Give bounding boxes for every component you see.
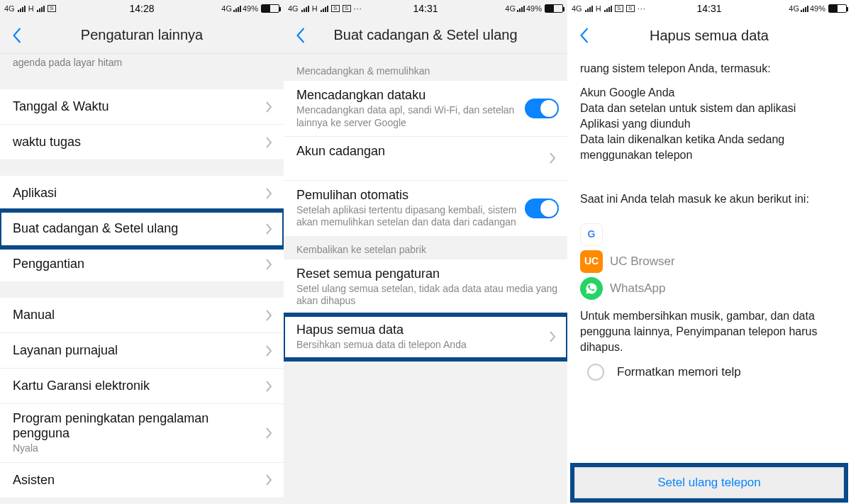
phone-panel-3: 4G H S S ··· 14:31 4G 49% Hapus semua da… — [567, 0, 851, 504]
row-label: Kartu Garansi elektronik — [13, 379, 262, 393]
row-apps[interactable]: Aplikasi — [0, 176, 284, 211]
row-manual[interactable]: Manual — [0, 298, 284, 333]
row-label: Penggantian — [13, 257, 262, 271]
chevron-right-icon — [262, 427, 275, 439]
chevron-right-icon — [262, 310, 275, 321]
row-label: Pemulihan otomatis — [296, 188, 518, 203]
chevron-right-icon — [262, 223, 275, 235]
battery-icon — [828, 4, 847, 13]
chevron-right-icon — [262, 137, 275, 148]
radio-icon[interactable] — [587, 364, 604, 381]
chevron-right-icon — [262, 381, 275, 392]
page-title: Buat cadangan & Setel ulang — [287, 27, 564, 43]
phone-panel-1: 4G H S 14:28 4G 49% Pengaturan lainnya a… — [0, 0, 284, 504]
row-label: Manual — [13, 308, 262, 323]
row-date-time[interactable]: Tanggal & Waktu — [0, 89, 284, 125]
status-bar: 4G H S 14:28 4G 49% — [0, 0, 284, 17]
truncated-row: agenda pada layar hitam — [0, 54, 284, 74]
row-reset-settings[interactable]: Reset semua pengaturan Setel ulang semua… — [284, 259, 567, 315]
bullet-line: Akun Google Anda — [580, 85, 838, 101]
row-sub: Setelah aplikasi tertentu dipasang kemba… — [296, 204, 518, 229]
row-replacement[interactable]: Penggantian — [0, 247, 284, 282]
format-note: Untuk membersihkan musik, gambar, dan da… — [580, 308, 838, 355]
button-label: Setel ulang telepon — [657, 476, 761, 490]
status-bar: 4G H S S ··· 14:31 4G 49% — [567, 0, 851, 17]
row-aftersales[interactable]: Layanan purnajual — [0, 333, 284, 369]
row-label: Aplikasi — [13, 186, 262, 201]
google-icon: G — [580, 223, 603, 246]
row-uep[interactable]: Program peningkatan pengalaman pengguna … — [0, 404, 284, 463]
format-checkbox-row[interactable]: Formatkan memori telp — [587, 364, 838, 381]
battery-icon — [545, 4, 563, 13]
account-label: UC Browser — [610, 253, 675, 269]
bullet-line: Data dan setelan untuk sistem dan aplika… — [580, 101, 838, 116]
checkbox-label: Formatkan memori telp — [617, 364, 741, 380]
row-label: Buat cadangan & Setel ulang — [13, 221, 262, 236]
status-time: 14:31 — [284, 3, 567, 14]
bullet-line: Data lain dikenalkan ketika Anda sedang … — [580, 132, 838, 163]
row-backup-my-data[interactable]: Mencadangkan dataku Mencadangkan data ap… — [284, 81, 567, 137]
bullet-line: Aplikasi yang diunduh — [580, 116, 838, 132]
backup-reset-list: Mencadangkan & memulihkan Mencadangkan d… — [284, 54, 567, 504]
chevron-right-icon — [546, 331, 559, 342]
chevron-right-icon — [546, 152, 559, 164]
status-bar: 4G H S S ··· 14:31 4G 49% — [284, 0, 567, 17]
page-title: Pengaturan lainnya — [3, 27, 281, 43]
row-label: Akun cadangan — [296, 144, 546, 159]
row-label: Mencadangkan dataku — [296, 88, 518, 103]
row-label: Tanggal & Waktu — [13, 99, 262, 114]
header: Pengaturan lainnya — [0, 17, 284, 54]
status-time: 14:31 — [567, 3, 851, 14]
page-title: Hapus semua data — [570, 28, 848, 44]
row-sub: Setel ulang semua setelan, tidak ada dat… — [296, 283, 559, 308]
toggle-switch[interactable] — [525, 99, 559, 118]
account-google: G — [580, 223, 838, 246]
battery-icon — [261, 4, 279, 13]
status-time: 14:28 — [0, 3, 284, 14]
uc-browser-icon: UC — [580, 250, 603, 273]
row-label: Reset semua pengaturan — [296, 267, 559, 281]
section-header: Mencadangkan & memulihkan — [284, 54, 567, 81]
phone-panel-2: 4G H S S ··· 14:31 4G 49% Buat cadangan … — [284, 0, 567, 504]
row-label: waktu tugas — [13, 135, 262, 150]
chevron-right-icon — [262, 474, 275, 486]
row-backup-reset[interactable]: Buat cadangan & Setel ulang — [0, 211, 284, 247]
chevron-right-icon — [262, 188, 275, 199]
row-label: Program peningkatan pengalaman pengguna — [13, 411, 262, 441]
row-task-time[interactable]: waktu tugas — [0, 125, 284, 160]
row-sub — [296, 160, 546, 173]
reset-phone-button[interactable]: Setel ulang telepon — [574, 467, 844, 498]
section-header: Kembalikan ke setelan pabrik — [284, 237, 567, 259]
account-whatsapp: WhatsApp — [580, 277, 838, 300]
row-label: Hapus semua data — [296, 323, 546, 337]
header: Buat cadangan & Setel ulang — [284, 17, 567, 54]
row-label: Asisten — [13, 473, 262, 488]
erase-content: ruang sistem telepon Anda, termasuk: Aku… — [567, 54, 851, 504]
settings-list: agenda pada layar hitam Tanggal & Waktu … — [0, 54, 284, 504]
row-warranty[interactable]: Kartu Garansi elektronik — [0, 369, 284, 404]
row-auto-restore[interactable]: Pemulihan otomatis Setelah aplikasi tert… — [284, 181, 567, 237]
chevron-right-icon — [262, 259, 275, 270]
whatsapp-icon — [580, 277, 603, 300]
chevron-right-icon — [262, 101, 275, 113]
intro-text: ruang sistem telepon Anda, termasuk: — [580, 61, 838, 77]
row-sub: Bersihkan semua data di telepon Anda — [296, 339, 546, 352]
account-uc: UC UC Browser — [580, 250, 838, 273]
header: Hapus semua data — [567, 17, 851, 54]
toggle-switch[interactable] — [525, 198, 559, 218]
signed-in-text: Saat ini Anda telah masuk ke akun beriku… — [580, 191, 838, 207]
row-assistant[interactable]: Asisten — [0, 463, 284, 498]
row-label: Layanan purnajual — [13, 343, 262, 358]
row-sub: Mencadangkan data apl, sandi Wi-Fi, dan … — [296, 104, 518, 129]
row-state: Nyala — [13, 442, 262, 455]
chevron-right-icon — [262, 345, 275, 357]
row-backup-account[interactable]: Akun cadangan — [284, 137, 567, 181]
row-erase-all-data[interactable]: Hapus semua data Bersihkan semua data di… — [284, 315, 567, 359]
account-label: WhatsApp — [610, 280, 665, 296]
